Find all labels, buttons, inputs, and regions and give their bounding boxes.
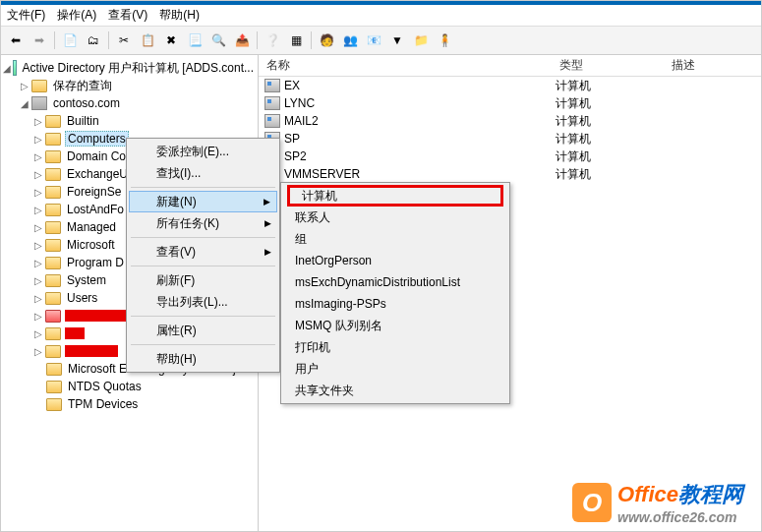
menu-action[interactable]: 操作(A): [57, 7, 96, 24]
list-row[interactable]: SP2计算机: [259, 148, 761, 165]
tree-root[interactable]: ◢ Active Directory 用户和计算机 [ADDS.cont...: [3, 59, 256, 77]
submenu-item[interactable]: 打印机: [283, 336, 507, 358]
submenu-item[interactable]: 计算机: [287, 185, 503, 207]
submenu-item[interactable]: 共享文件夹: [283, 380, 507, 401]
help-button[interactable]: ❔: [262, 30, 283, 51]
watermark-url: www.office26.com: [617, 509, 743, 525]
submenu-new: 计算机联系人组InetOrgPersonmsExchDynamicDistrib…: [280, 182, 510, 404]
user-add-button[interactable]: 🧍: [434, 30, 455, 51]
tree-saved-queries[interactable]: ▷ 保存的查询: [3, 77, 256, 94]
properties-button[interactable]: 📃: [184, 30, 205, 51]
forward-button[interactable]: ➡: [29, 30, 50, 51]
list-header: 名称 类型 描述: [259, 55, 761, 77]
tree-domain[interactable]: ◢ contoso.com: [3, 94, 256, 112]
ctx-item[interactable]: 委派控制(E)...: [129, 141, 277, 162]
list-row[interactable]: MAIL2计算机: [259, 112, 761, 130]
ctx-item[interactable]: 查找(I)...: [129, 162, 277, 184]
container-button[interactable]: 📁: [410, 30, 432, 51]
list-row[interactable]: EX计算机: [259, 77, 761, 94]
show-hide-button[interactable]: 🗂: [83, 30, 104, 51]
up-button[interactable]: 📄: [59, 30, 81, 51]
cut-button[interactable]: ✂: [113, 30, 135, 51]
chevron-right-icon: ▶: [264, 197, 270, 207]
redacted-bar: [65, 345, 118, 357]
tree-node-tpm-devices[interactable]: TPM Devices: [3, 395, 256, 413]
submenu-item[interactable]: msImaging-PSPs: [283, 293, 507, 315]
redacted-bar: [65, 310, 134, 322]
toolbar: ⬅ ➡ 📄 🗂 ✂ 📋 ✖ 📃 🔍 📤 ❔ ▦ 🧑 👥 📧 ▼ 📁 🧍: [1, 27, 761, 55]
refresh-button[interactable]: 🔍: [207, 30, 229, 51]
copy-button[interactable]: 📋: [137, 30, 158, 51]
list-row[interactable]: LYNC计算机: [259, 94, 761, 112]
computer-icon: [264, 114, 280, 128]
ctx-item[interactable]: 导出列表(L)...: [129, 291, 277, 313]
computer-icon: [264, 79, 280, 92]
list-row[interactable]: VMMSERVER计算机: [259, 165, 761, 183]
mail-button[interactable]: 📧: [363, 30, 384, 51]
ctx-item[interactable]: 查看(V)▶: [129, 241, 277, 263]
watermark: O Office教程网 www.office26.com: [572, 480, 743, 525]
find-button[interactable]: 🧑: [316, 30, 337, 51]
tree-node-builtin[interactable]: ▷Builtin: [3, 112, 256, 130]
computer-icon: [264, 96, 280, 110]
tree-node-ntds-quotas[interactable]: NTDS Quotas: [3, 378, 256, 395]
grid-button[interactable]: ▦: [285, 30, 307, 51]
menubar: 文件(F) 操作(A) 查看(V) 帮助(H): [1, 5, 761, 27]
submenu-item[interactable]: msExchDynamicDistributionList: [283, 271, 507, 293]
tree-root-label: Active Directory 用户和计算机 [ADDS.cont...: [21, 60, 256, 77]
users-button[interactable]: 👥: [339, 30, 361, 51]
ctx-item[interactable]: 属性(R): [129, 320, 277, 341]
menu-help[interactable]: 帮助(H): [159, 7, 200, 24]
export-button[interactable]: 📤: [231, 30, 253, 51]
submenu-item[interactable]: MSMQ 队列别名: [283, 315, 507, 336]
ctx-item[interactable]: 新建(N)▶: [129, 191, 277, 212]
list-row[interactable]: SP计算机: [259, 130, 761, 148]
ctx-item[interactable]: 帮助(H): [129, 348, 277, 370]
filter-button[interactable]: ▼: [386, 30, 408, 51]
submenu-item[interactable]: 用户: [283, 358, 507, 380]
context-menu: 委派控制(E)...查找(I)...新建(N)▶所有任务(K)▶查看(V)▶刷新…: [126, 138, 280, 373]
col-type[interactable]: 类型: [552, 54, 664, 77]
ctx-item[interactable]: 所有任务(K)▶: [129, 212, 277, 234]
menu-view[interactable]: 查看(V): [108, 7, 147, 24]
delete-button[interactable]: ✖: [160, 30, 182, 51]
submenu-item[interactable]: 组: [283, 228, 507, 250]
chevron-right-icon: ▶: [264, 218, 271, 228]
submenu-item[interactable]: 联系人: [283, 207, 507, 228]
menu-file[interactable]: 文件(F): [7, 7, 45, 24]
col-name[interactable]: 名称: [259, 54, 552, 77]
chevron-right-icon: ▶: [264, 247, 271, 257]
col-desc[interactable]: 描述: [664, 54, 761, 77]
ctx-item[interactable]: 刷新(F): [129, 269, 277, 291]
back-button[interactable]: ⬅: [5, 30, 27, 51]
redacted-bar: [65, 327, 85, 339]
watermark-icon: O: [572, 483, 612, 522]
submenu-item[interactable]: InetOrgPerson: [283, 250, 507, 271]
